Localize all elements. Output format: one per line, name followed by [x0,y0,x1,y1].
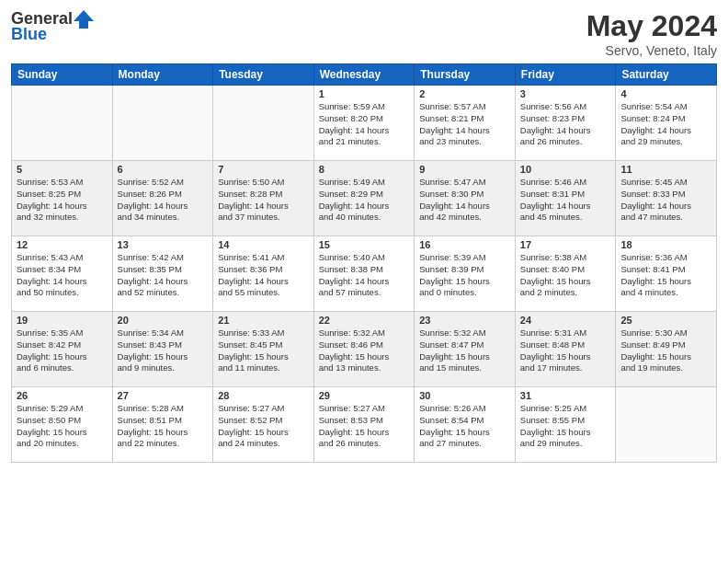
table-row: 5Sunrise: 5:53 AM Sunset: 8:25 PM Daylig… [12,161,113,236]
table-row: 17Sunrise: 5:38 AM Sunset: 8:40 PM Dayli… [515,236,616,312]
table-row: 2Sunrise: 5:57 AM Sunset: 8:21 PM Daylig… [415,86,516,161]
table-row: 11Sunrise: 5:45 AM Sunset: 8:33 PM Dayli… [616,161,717,236]
table-row: 13Sunrise: 5:42 AM Sunset: 8:35 PM Dayli… [112,236,213,312]
day-number: 20 [118,315,209,326]
day-info: Sunrise: 5:54 AM Sunset: 8:24 PM Dayligh… [620,101,711,148]
day-info: Sunrise: 5:25 AM Sunset: 8:55 PM Dayligh… [520,403,611,450]
table-row: 9Sunrise: 5:47 AM Sunset: 8:30 PM Daylig… [415,161,516,236]
table-row: 15Sunrise: 5:40 AM Sunset: 8:38 PM Dayli… [313,236,415,312]
day-number: 15 [319,239,410,250]
table-row: 27Sunrise: 5:28 AM Sunset: 8:51 PM Dayli… [112,387,213,463]
day-number: 30 [419,390,510,401]
day-info: Sunrise: 5:46 AM Sunset: 8:31 PM Dayligh… [520,177,611,224]
logo: General Blue [11,9,94,44]
day-number: 28 [218,390,309,401]
table-row: 10Sunrise: 5:46 AM Sunset: 8:31 PM Dayli… [515,161,616,236]
month-year-title: May 2024 [586,9,717,43]
table-row [213,86,314,161]
day-info: Sunrise: 5:40 AM Sunset: 8:38 PM Dayligh… [319,252,410,299]
table-row: 12Sunrise: 5:43 AM Sunset: 8:34 PM Dayli… [12,236,113,312]
day-number: 17 [520,239,611,250]
day-info: Sunrise: 5:45 AM Sunset: 8:33 PM Dayligh… [620,177,711,224]
table-row: 8Sunrise: 5:49 AM Sunset: 8:29 PM Daylig… [313,161,415,236]
col-saturday: Saturday [616,64,717,86]
calendar-week-row: 5Sunrise: 5:53 AM Sunset: 8:25 PM Daylig… [12,161,717,236]
table-row: 30Sunrise: 5:26 AM Sunset: 8:54 PM Dayli… [415,387,516,463]
day-info: Sunrise: 5:28 AM Sunset: 8:51 PM Dayligh… [118,403,209,450]
day-number: 31 [520,390,611,401]
table-row: 20Sunrise: 5:34 AM Sunset: 8:43 PM Dayli… [112,312,213,387]
day-number: 26 [17,390,108,401]
day-info: Sunrise: 5:26 AM Sunset: 8:54 PM Dayligh… [419,403,510,450]
day-number: 25 [620,315,711,326]
calendar-week-row: 12Sunrise: 5:43 AM Sunset: 8:34 PM Dayli… [12,236,717,312]
day-number: 1 [319,88,410,99]
table-row: 25Sunrise: 5:30 AM Sunset: 8:49 PM Dayli… [616,312,717,387]
table-row: 28Sunrise: 5:27 AM Sunset: 8:52 PM Dayli… [213,387,314,463]
day-number: 14 [218,239,309,250]
table-row: 29Sunrise: 5:27 AM Sunset: 8:53 PM Dayli… [313,387,415,463]
day-number: 12 [17,239,108,250]
title-section: May 2024 Servo, Veneto, Italy [586,9,717,58]
day-info: Sunrise: 5:49 AM Sunset: 8:29 PM Dayligh… [319,177,410,224]
day-info: Sunrise: 5:33 AM Sunset: 8:45 PM Dayligh… [218,327,309,374]
day-info: Sunrise: 5:42 AM Sunset: 8:35 PM Dayligh… [118,252,209,299]
day-info: Sunrise: 5:32 AM Sunset: 8:47 PM Dayligh… [419,327,510,374]
day-info: Sunrise: 5:53 AM Sunset: 8:25 PM Dayligh… [17,177,108,224]
day-number: 8 [319,164,410,175]
day-info: Sunrise: 5:27 AM Sunset: 8:52 PM Dayligh… [218,403,309,450]
col-tuesday: Tuesday [213,64,314,86]
day-number: 24 [520,315,611,326]
day-info: Sunrise: 5:57 AM Sunset: 8:21 PM Dayligh… [419,101,510,148]
day-number: 6 [118,164,209,175]
table-row: 6Sunrise: 5:52 AM Sunset: 8:26 PM Daylig… [112,161,213,236]
table-row: 16Sunrise: 5:39 AM Sunset: 8:39 PM Dayli… [415,236,516,312]
day-number: 5 [17,164,108,175]
day-info: Sunrise: 5:52 AM Sunset: 8:26 PM Dayligh… [118,177,209,224]
calendar-week-row: 1Sunrise: 5:59 AM Sunset: 8:20 PM Daylig… [12,86,717,161]
table-row [616,387,717,463]
calendar-table: Sunday Monday Tuesday Wednesday Thursday… [11,63,717,463]
day-info: Sunrise: 5:31 AM Sunset: 8:48 PM Dayligh… [520,327,611,374]
day-info: Sunrise: 5:43 AM Sunset: 8:34 PM Dayligh… [17,252,108,299]
day-info: Sunrise: 5:35 AM Sunset: 8:42 PM Dayligh… [17,327,108,374]
col-monday: Monday [112,64,213,86]
day-number: 13 [118,239,209,250]
table-row: 1Sunrise: 5:59 AM Sunset: 8:20 PM Daylig… [313,86,415,161]
table-row [112,86,213,161]
day-number: 7 [218,164,309,175]
table-row: 22Sunrise: 5:32 AM Sunset: 8:46 PM Dayli… [313,312,415,387]
day-info: Sunrise: 5:27 AM Sunset: 8:53 PM Dayligh… [319,403,410,450]
day-number: 9 [419,164,510,175]
day-number: 22 [319,315,410,326]
day-info: Sunrise: 5:56 AM Sunset: 8:23 PM Dayligh… [520,101,611,148]
col-thursday: Thursday [415,64,516,86]
table-row: 31Sunrise: 5:25 AM Sunset: 8:55 PM Dayli… [515,387,616,463]
day-info: Sunrise: 5:59 AM Sunset: 8:20 PM Dayligh… [319,101,410,148]
col-sunday: Sunday [12,64,113,86]
table-row: 14Sunrise: 5:41 AM Sunset: 8:36 PM Dayli… [213,236,314,312]
day-number: 11 [620,164,711,175]
calendar-week-row: 19Sunrise: 5:35 AM Sunset: 8:42 PM Dayli… [12,312,717,387]
table-row: 26Sunrise: 5:29 AM Sunset: 8:50 PM Dayli… [12,387,113,463]
calendar-header-row: Sunday Monday Tuesday Wednesday Thursday… [12,64,717,86]
day-number: 27 [118,390,209,401]
day-number: 2 [419,88,510,99]
day-number: 19 [17,315,108,326]
day-number: 29 [319,390,410,401]
page-container: General Blue May 2024 Servo, Veneto, Ita… [0,0,728,563]
day-number: 3 [520,88,611,99]
table-row: 21Sunrise: 5:33 AM Sunset: 8:45 PM Dayli… [213,312,314,387]
day-info: Sunrise: 5:30 AM Sunset: 8:49 PM Dayligh… [620,327,711,374]
table-row: 7Sunrise: 5:50 AM Sunset: 8:28 PM Daylig… [213,161,314,236]
location-subtitle: Servo, Veneto, Italy [586,43,717,58]
day-info: Sunrise: 5:38 AM Sunset: 8:40 PM Dayligh… [520,252,611,299]
day-info: Sunrise: 5:50 AM Sunset: 8:28 PM Dayligh… [218,177,309,224]
day-info: Sunrise: 5:29 AM Sunset: 8:50 PM Dayligh… [17,403,108,450]
day-info: Sunrise: 5:41 AM Sunset: 8:36 PM Dayligh… [218,252,309,299]
day-number: 16 [419,239,510,250]
svg-marker-0 [74,10,94,29]
table-row: 19Sunrise: 5:35 AM Sunset: 8:42 PM Dayli… [12,312,113,387]
col-wednesday: Wednesday [313,64,415,86]
day-number: 4 [620,88,711,99]
